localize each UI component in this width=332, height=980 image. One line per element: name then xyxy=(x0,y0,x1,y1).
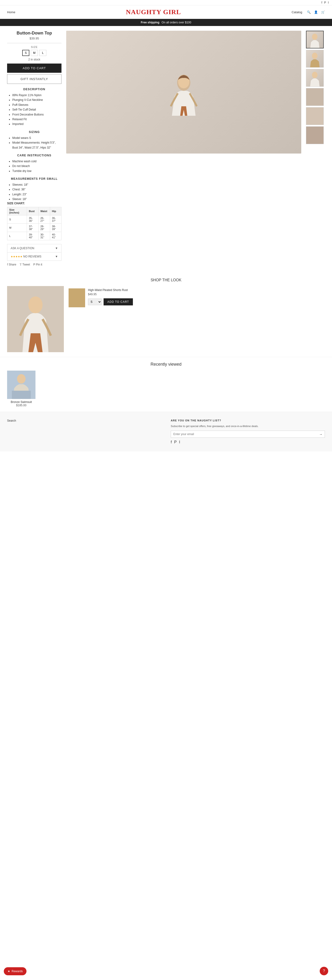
table-cell: S xyxy=(7,215,27,223)
list-item: Relaxed Fit xyxy=(12,117,61,122)
care-list: Machine wash cold Do not bleach Tumble d… xyxy=(7,159,61,173)
table-row: S 35-36" 26-27" 36-37" xyxy=(7,215,61,223)
ask-question-accordion[interactable]: ASK A QUESTION ▼ xyxy=(7,244,61,253)
list-item: Sleeves: 18" xyxy=(12,182,61,187)
size-chart-table: Size (inches) Bust Waist Hip S 35-36" 26… xyxy=(7,207,61,240)
social-share-bar: f Share 𝕋 Tweet P Pin it xyxy=(7,261,61,269)
footer-email-submit[interactable]: → xyxy=(317,431,325,438)
svg-point-3 xyxy=(312,52,317,59)
footer-email-input[interactable] xyxy=(171,431,317,438)
product-photo-placeholder xyxy=(160,68,208,116)
list-item: Sleeve: 18" xyxy=(12,197,61,202)
table-cell: 30-31" xyxy=(38,232,50,240)
main-product-image xyxy=(66,31,301,154)
pin-label: Pin it xyxy=(36,263,42,266)
size-btn-s[interactable]: S xyxy=(22,50,29,56)
add-to-cart-button[interactable]: ADD TO CART xyxy=(7,64,61,73)
list-item: Length: 23" xyxy=(12,192,61,197)
stock-status: 2 in stock xyxy=(7,58,61,61)
footer-col-newsletter: ARE YOU ON THE NAUGHTY LIST? Subscribe t… xyxy=(171,419,325,444)
nav-catalog[interactable]: Catalog xyxy=(292,10,302,14)
shop-size-select[interactable]: S M L xyxy=(88,299,102,305)
sizing-title: SIZING xyxy=(7,130,61,134)
table-cell: 26-27" xyxy=(38,215,50,223)
svg-rect-6 xyxy=(306,107,324,125)
shop-look-content: High-Waist Pleated Shorts Rust $49.95 S … xyxy=(7,286,325,352)
twitter-icon: 𝕋 xyxy=(20,263,22,266)
nav-left: Home xyxy=(7,10,15,14)
facebook-icon[interactable]: f xyxy=(321,1,322,4)
footer-pinterest-icon[interactable]: P xyxy=(174,440,177,444)
thumbnail-6[interactable] xyxy=(306,126,324,144)
shop-look-main-image xyxy=(7,286,64,352)
ask-question-label: ASK A QUESTION xyxy=(11,247,34,250)
footer-search-link[interactable]: Search xyxy=(7,419,161,422)
search-icon[interactable]: 🔍 xyxy=(307,10,311,14)
size-btn-m[interactable]: M xyxy=(31,50,38,56)
footer-social-links: f P I xyxy=(171,440,325,444)
footer-instagram-icon[interactable]: I xyxy=(179,440,180,444)
shop-look-product-name: High-Waist Pleated Shorts Rust xyxy=(88,288,133,292)
table-header: Hip xyxy=(50,207,61,215)
facebook-icon: f xyxy=(7,263,8,266)
reviews-accordion[interactable]: ★★★★★ NO REVIEWS ▼ xyxy=(7,252,61,261)
pinterest-icon[interactable]: P xyxy=(324,1,326,4)
list-item: Model Measurements: Height 5'3", Bust 34… xyxy=(12,140,61,150)
measurements-list: Sleeves: 18" Chest: 36" Length: 23" Slee… xyxy=(7,182,61,202)
table-cell: L xyxy=(7,232,27,240)
thumbnail-4[interactable] xyxy=(306,88,324,106)
svg-point-12 xyxy=(17,374,26,383)
svg-point-4 xyxy=(312,72,317,78)
thumbnail-3[interactable] xyxy=(306,69,324,87)
banner-text: On all orders over $100 xyxy=(161,21,191,24)
nav-home[interactable]: Home xyxy=(7,10,15,14)
size-label: SIZE xyxy=(7,46,61,48)
shop-look-info: High-Waist Pleated Shorts Rust $49.95 S … xyxy=(88,288,133,305)
list-item: Self-Tie Cuff Detail xyxy=(12,107,61,112)
share-facebook-link[interactable]: f Share xyxy=(7,263,16,266)
list-item: Machine wash cold xyxy=(12,159,61,164)
gift-instantly-button[interactable]: GIFT INSTANTLY xyxy=(7,74,61,84)
free-shipping-banner: Free shipping On all orders over $100 xyxy=(0,19,332,26)
table-cell: 38-39" xyxy=(50,223,61,232)
table-cell: 39-40" xyxy=(27,232,38,240)
tweet-link[interactable]: 𝕋 Tweet xyxy=(20,263,30,266)
measurements-title: MEASUREMENTS FOR SMALL xyxy=(7,177,61,180)
recent-product-name: Bronze Swimsuit xyxy=(7,400,35,404)
instagram-icon[interactable]: I xyxy=(328,1,329,4)
cart-icon[interactable]: 🛒 xyxy=(321,10,325,14)
product-main-image-area xyxy=(66,31,301,269)
product-price: $39.95 xyxy=(7,37,61,40)
sizing-list: Model wears S Model Measurements: Height… xyxy=(7,135,61,150)
rating-stars: ★★★★★ xyxy=(11,255,22,258)
table-cell: 35-36" xyxy=(27,215,38,223)
table-cell: M xyxy=(7,223,27,232)
recently-viewed-list: Bronze Swimsuit $185.00 xyxy=(7,371,325,407)
shop-the-look-section: SHOP THE LOOK High-Waist Pleated Shorts … xyxy=(0,273,332,357)
tweet-label: Tweet xyxy=(22,263,30,266)
footer-facebook-icon[interactable]: f xyxy=(171,440,172,444)
shop-look-product: High-Waist Pleated Shorts Rust $49.95 S … xyxy=(69,288,133,307)
list-item: Model wears S xyxy=(12,135,61,140)
footer-newsletter-title: ARE YOU ON THE NAUGHTY LIST? xyxy=(171,419,325,422)
svg-point-2 xyxy=(312,33,318,40)
table-row: L 39-40" 30-31" 40-41" xyxy=(7,232,61,240)
list-item: Front Decorative Buttons xyxy=(12,112,61,117)
product-section: Button-Down Top $39.95 SIZE S M L 2 in s… xyxy=(0,26,332,273)
thumbnail-2[interactable] xyxy=(306,50,324,68)
nav-right: Catalog xyxy=(292,10,302,14)
size-btn-l[interactable]: L xyxy=(39,50,46,56)
pin-it-link[interactable]: P Pin it xyxy=(34,263,42,266)
table-cell: 40-41" xyxy=(50,232,61,240)
size-selector: S M L xyxy=(7,50,61,56)
shop-the-look-title: SHOP THE LOOK xyxy=(7,278,325,282)
thumbnail-5[interactable] xyxy=(306,107,324,125)
recent-product-image xyxy=(7,371,35,399)
recently-viewed-section: Recently viewed Bronze Swimsuit $185.00 xyxy=(0,357,332,412)
recent-product-item[interactable]: Bronze Swimsuit $185.00 xyxy=(7,371,35,407)
account-icon[interactable]: 👤 xyxy=(314,10,318,14)
svg-rect-7 xyxy=(306,127,324,144)
thumbnail-1[interactable] xyxy=(306,31,324,48)
shop-add-to-cart-button[interactable]: ADD TO CART xyxy=(104,298,133,305)
site-logo: NAUGHTY GIRL xyxy=(126,8,181,16)
